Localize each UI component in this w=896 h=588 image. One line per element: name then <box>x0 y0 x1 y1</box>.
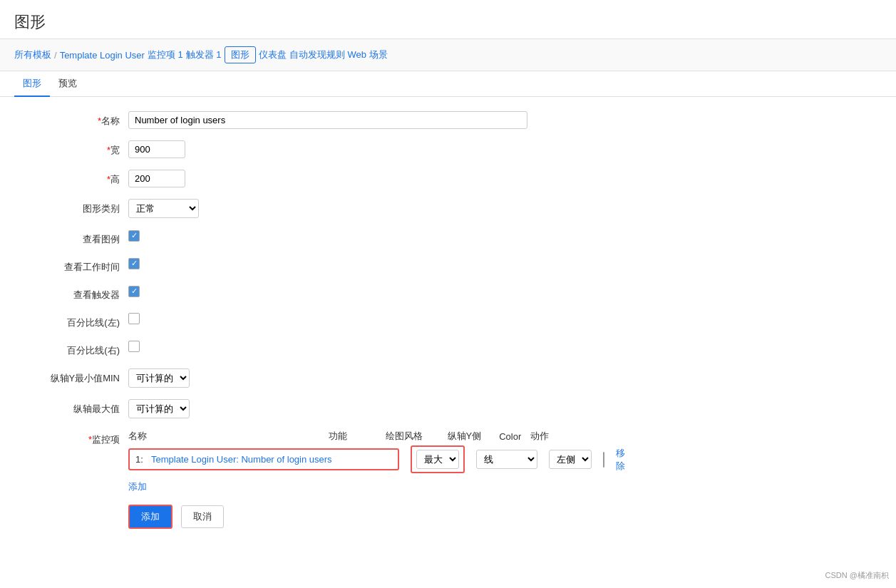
control-y-max: 可计算的 固定的 监控项 <box>128 399 556 418</box>
breadcrumb-discovery[interactable]: 自动发现规则 <box>289 48 345 61</box>
remove-link[interactable]: 移除 <box>616 447 625 473</box>
checkbox-show-legend[interactable]: ✓ <box>128 230 140 242</box>
select-func[interactable]: 最大 最小 平均 所有 <box>416 450 459 469</box>
label-percent-right: 百分比线(右) <box>29 341 128 357</box>
breadcrumb-graphs[interactable]: 图形 <box>225 46 256 63</box>
color-swatch[interactable] <box>603 452 604 468</box>
control-buttons: 添加 取消 <box>128 505 556 529</box>
checkbox-show-triggers[interactable]: ✓ <box>128 286 140 297</box>
breadcrumb-dashboards[interactable]: 仪表盘 <box>259 48 287 61</box>
select-y-max[interactable]: 可计算的 固定的 监控项 <box>128 399 190 418</box>
col-header-action: 动作 <box>530 430 556 443</box>
monitor-name-box: 1: Template Login User: Number of login … <box>128 448 399 470</box>
breadcrumb-web[interactable]: Web 场景 <box>348 48 388 61</box>
field-show-triggers: 查看触发器 ✓ <box>29 285 867 301</box>
control-percent-left <box>128 313 556 326</box>
monitor-link[interactable]: Template Login User: Number of login use… <box>151 454 332 465</box>
form-buttons: 添加 取消 <box>29 505 867 529</box>
control-show-triggers: ✓ <box>128 285 556 297</box>
checkbox-percent-right[interactable] <box>128 341 140 352</box>
input-height[interactable] <box>128 170 185 187</box>
control-height <box>128 170 556 187</box>
breadcrumb-all-templates[interactable]: 所有模板 <box>14 48 51 61</box>
monitor-func-box: 最大 最小 平均 所有 <box>411 445 465 473</box>
field-percent-left: 百分比线(左) <box>29 313 867 329</box>
label-percent-left: 百分比线(左) <box>29 313 128 329</box>
field-width: *宽 <box>29 140 867 158</box>
label-height: *高 <box>29 170 128 186</box>
col-header-style: 绘图风格 <box>386 430 442 443</box>
label-width: *宽 <box>29 140 128 157</box>
field-percent-right: 百分比线(右) <box>29 341 867 357</box>
field-show-worktime: 查看工作时间 ✓ <box>29 257 867 274</box>
btn-add[interactable]: 添加 <box>128 505 172 529</box>
label-y-min: 纵轴Y最小值MIN <box>29 368 128 385</box>
breadcrumb-sep1: / <box>54 50 57 61</box>
select-yaxis[interactable]: 左侧 右侧 <box>549 450 592 469</box>
monitor-num: 1: <box>135 454 147 465</box>
label-monitors: *监控项 <box>29 430 128 446</box>
col-header-name: 名称 <box>128 430 323 443</box>
field-height: *高 <box>29 170 867 187</box>
label-name: *名称 <box>29 111 128 128</box>
label-show-triggers: 查看触发器 <box>29 285 128 301</box>
select-y-min[interactable]: 可计算的 固定的 监控项 <box>128 368 190 388</box>
page-title: 图形 <box>14 11 882 33</box>
control-width <box>128 140 556 158</box>
input-width[interactable] <box>128 140 185 158</box>
checkbox-percent-left[interactable] <box>128 313 140 324</box>
col-header-color: Color <box>499 431 525 442</box>
select-style[interactable]: 线 填充区域 粗体线 点 虚线 渐变线 <box>476 450 537 469</box>
control-percent-right <box>128 341 556 354</box>
control-monitors: 名称 功能 绘图风格 纵轴Y侧 Color 动作 1: Template Log… <box>128 430 556 493</box>
add-monitor-link[interactable]: 添加 <box>128 480 147 493</box>
col-header-yaxis: 纵轴Y侧 <box>448 430 494 443</box>
select-graph-type[interactable]: 正常 堆叠 饼图 分解的饼图 <box>128 199 199 218</box>
field-graph-type: 图形类别 正常 堆叠 饼图 分解的饼图 <box>29 199 867 218</box>
control-y-min: 可计算的 固定的 监控项 <box>128 368 556 388</box>
control-show-legend: ✓ <box>128 229 556 242</box>
control-show-worktime: ✓ <box>128 257 556 269</box>
label-y-max: 纵轴最大值 <box>29 399 128 416</box>
field-monitors: *监控项 名称 功能 绘图风格 纵轴Y侧 Color 动作 1: Templat… <box>29 430 867 493</box>
field-y-max: 纵轴最大值 可计算的 固定的 监控项 <box>29 399 867 418</box>
tab-graph[interactable]: 图形 <box>14 71 50 97</box>
breadcrumb-template-name[interactable]: Template Login User <box>60 50 145 61</box>
input-name[interactable] <box>128 111 527 129</box>
monitor-row: 1: Template Login User: Number of login … <box>128 445 556 473</box>
breadcrumb: 所有模板 / Template Login User 监控项 1 触发器 1 图… <box>0 39 896 71</box>
control-graph-type: 正常 堆叠 饼图 分解的饼图 <box>128 199 556 218</box>
field-name: *名称 <box>29 111 867 129</box>
checkbox-show-worktime[interactable]: ✓ <box>128 258 140 269</box>
field-show-legend: 查看图例 ✓ <box>29 229 867 246</box>
col-header-func: 功能 <box>329 430 380 443</box>
label-show-legend: 查看图例 <box>29 229 128 246</box>
field-y-min: 纵轴Y最小值MIN 可计算的 固定的 监控项 <box>29 368 867 388</box>
breadcrumb-monitors[interactable]: 监控项 1 <box>148 48 183 61</box>
label-graph-type: 图形类别 <box>29 199 128 215</box>
label-show-worktime: 查看工作时间 <box>29 257 128 274</box>
page-header: 图形 <box>0 0 896 39</box>
tab-preview[interactable]: 预览 <box>50 71 86 97</box>
control-name <box>128 111 556 129</box>
btn-cancel[interactable]: 取消 <box>181 505 224 528</box>
tabs-bar: 图形 预览 <box>0 71 896 97</box>
breadcrumb-triggers[interactable]: 触发器 1 <box>186 48 222 61</box>
form-container: *名称 *宽 *高 图形类别 正常 堆叠 饼图 分解的饼图 <box>0 97 896 555</box>
